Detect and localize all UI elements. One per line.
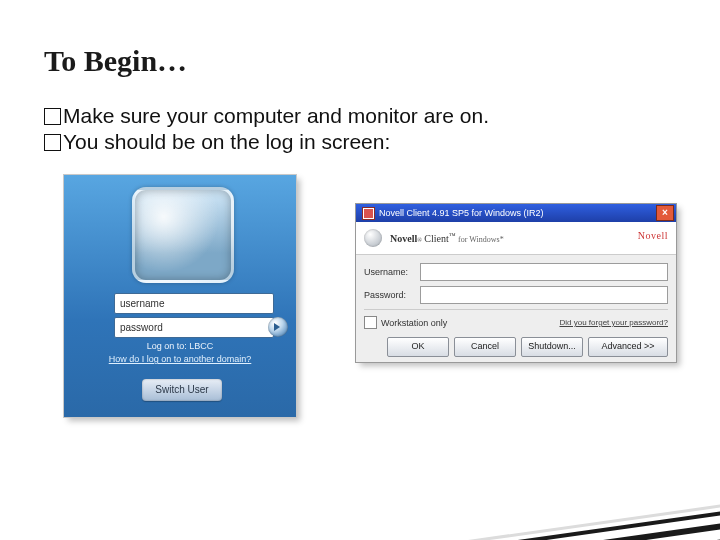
windows-login-screenshot: username password Log on to: LBCC How do… [64, 175, 296, 417]
brand-for: for Windows* [458, 235, 504, 244]
close-icon[interactable]: × [656, 205, 674, 221]
novell-logo-icon [364, 229, 382, 247]
brand-tm: ™ [449, 232, 456, 240]
ok-button[interactable]: OK [387, 337, 449, 357]
novell-password-input[interactable] [420, 286, 668, 304]
bullet-marker [44, 134, 61, 151]
bullet-1: Make sure your computer and monitor are … [44, 102, 489, 129]
bullet-2-text: You should be on the log in screen: [63, 130, 390, 153]
avatar-icon [132, 187, 234, 283]
workstation-only-label: Workstation only [381, 318, 447, 328]
password-input[interactable]: password [114, 317, 274, 338]
slide-title: To Begin… [44, 44, 187, 78]
novell-banner: Novell® Client™ for Windows* Novell [356, 222, 676, 255]
shutdown-button[interactable]: Shutdown... [521, 337, 583, 357]
novell-brand: Novell® Client™ for Windows* [390, 232, 504, 244]
username-input[interactable]: username [114, 293, 274, 314]
titlebar: Novell Client 4.91 SP5 for Windows (IR2)… [356, 204, 676, 222]
brand-suffix: Client [424, 233, 448, 244]
login-arrow-icon[interactable] [268, 317, 288, 337]
separator [364, 309, 668, 310]
bullet-1-text: Make sure your computer and monitor are … [63, 104, 489, 127]
switch-user-button[interactable]: Switch User [142, 379, 222, 401]
username-label: Username: [364, 267, 420, 277]
other-domain-link[interactable]: How do I log on to another domain? [64, 354, 296, 364]
novell-icon [362, 207, 375, 220]
bullet-marker [44, 108, 61, 125]
forgot-password-link[interactable]: Did you forget your password? [560, 318, 669, 327]
brand-right: Novell [638, 230, 668, 241]
novell-client-window: Novell Client 4.91 SP5 for Windows (IR2)… [356, 204, 676, 362]
advanced-button[interactable]: Advanced >> [588, 337, 668, 357]
brand-name: Novell [390, 233, 417, 244]
password-label: Password: [364, 290, 420, 300]
bullet-2: You should be on the log in screen: [44, 128, 390, 155]
cancel-button[interactable]: Cancel [454, 337, 516, 357]
novell-username-input[interactable] [420, 263, 668, 281]
workstation-only-checkbox[interactable] [364, 316, 377, 329]
window-title: Novell Client 4.91 SP5 for Windows (IR2) [379, 208, 544, 218]
logon-domain-text: Log on to: LBCC [64, 341, 296, 351]
